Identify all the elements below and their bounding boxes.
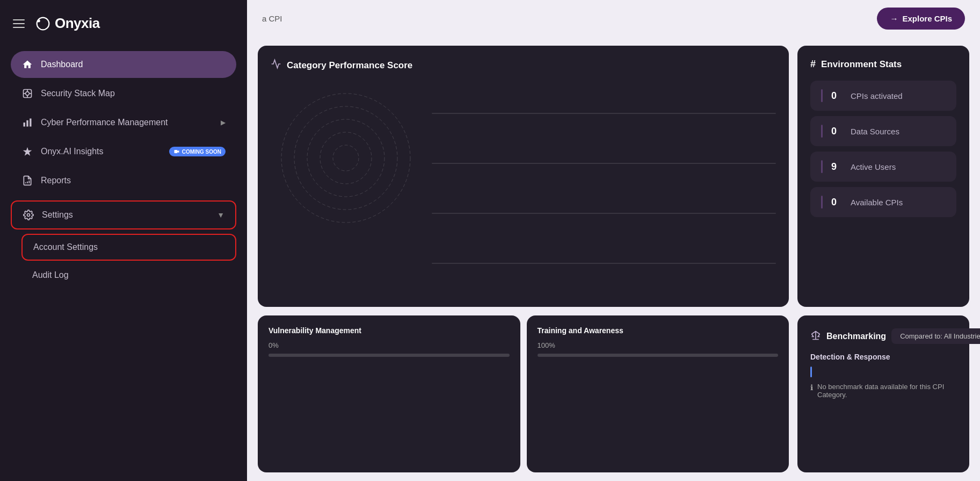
available-cpis-value: 0 [831,197,842,208]
environment-stats-card: # Environment Stats 0 CPIs activated 0 D… [797,46,969,307]
benchmarking-card: Benchmarking Compared to: All Industries… [797,315,969,472]
performance-legend [432,83,776,294]
reports-icon [21,175,33,186]
explore-arrow-icon: → [890,14,898,23]
logo-icon [35,16,50,31]
env-stats-header: # Environment Stats [810,59,956,70]
reports-label: Reports [41,176,226,185]
info-icon: ℹ [810,383,813,392]
svg-point-3 [26,92,30,96]
explore-cpis-label: Explore CPIs [902,14,952,23]
svg-rect-8 [24,123,25,127]
radar-svg [276,88,416,228]
svg-rect-10 [30,119,31,127]
security-stack-icon [21,88,33,99]
radar-line-1 [432,113,776,114]
sidebar-item-account-settings[interactable]: Account Settings [21,234,236,261]
data-sources-value: 0 [831,126,842,137]
training-bar [538,354,779,357]
performance-card-header: Category Performance Score [271,59,776,72]
coming-soon-badge: COMING SOON [169,147,226,156]
vulnerability-value: 0% [268,341,510,349]
active-users-value: 9 [831,161,842,173]
training-value: 100% [538,341,779,349]
cyber-performance-label: Cyber Performance Management [41,118,213,127]
sidebar-navigation: Dashboard Security Stack Map Cyber Perfo… [0,42,247,481]
env-stat-divider-4 [821,196,823,209]
security-stack-label: Security Stack Map [41,89,226,98]
top-bar: a CPI → Explore CPIs [247,0,980,37]
radar-chart [271,83,421,233]
cpis-activated-label: CPIs activated [851,91,903,100]
bottom-cards-grid: Vulnerability Management 0% Training and… [258,315,789,472]
svg-point-0 [37,17,49,30]
dashboard-grid: Category Performance Score [247,37,980,481]
vulnerability-title: Vulnerability Management [268,326,510,335]
sidebar-item-dashboard[interactable]: Dashboard [11,51,236,78]
env-stat-active-users[interactable]: 9 Active Users [810,152,956,182]
sidebar-item-settings[interactable]: Settings ▼ [11,200,236,229]
env-stat-divider-3 [821,160,823,173]
svg-point-1 [38,19,40,22]
env-stat-available-cpis[interactable]: 0 Available CPIs [810,187,956,217]
settings-dropdown-arrow: ▼ [217,211,224,219]
data-sources-label: Data Sources [851,127,899,136]
home-icon [21,59,33,70]
radar-line-4 [432,263,776,264]
dashboard-label: Dashboard [41,60,226,69]
sidebar-item-onyx-ai[interactable]: Onyx.AI Insights COMING SOON [11,138,236,165]
breadcrumb: a CPI [262,14,282,23]
sidebar-header: Onyxia [0,0,247,42]
svg-point-16 [333,145,359,171]
explore-cpis-button[interactable]: → Explore CPIs [877,8,965,30]
vulnerability-management-card: Vulnerability Management 0% [258,315,520,472]
settings-gear-icon [23,209,34,221]
benchmark-bar-indicator [810,367,812,377]
svg-point-13 [294,106,397,210]
performance-icon [271,59,281,72]
active-users-label: Active Users [851,162,896,171]
radar-line-3 [432,213,776,214]
benchmarking-header: Benchmarking Compared to: All Industries [810,328,956,344]
svg-point-14 [307,119,384,197]
training-title: Training and Awareness [538,326,779,335]
performance-body [271,83,776,294]
cpis-activated-value: 0 [831,90,842,102]
svg-point-15 [320,132,372,184]
audit-log-label: Audit Log [32,270,69,279]
sidebar-item-cyber-performance[interactable]: Cyber Performance Management ▶ [11,109,236,136]
svg-rect-9 [26,120,28,127]
svg-point-12 [281,94,410,222]
benchmarking-title: Benchmarking [826,332,886,341]
env-stat-divider-1 [821,89,823,102]
logo-text: Onyxia [55,15,100,32]
sidebar-item-security-stack-map[interactable]: Security Stack Map [11,80,236,107]
svg-point-11 [27,214,30,217]
env-stat-divider-2 [821,125,823,138]
scale-icon [810,330,821,343]
onyx-ai-label: Onyx.AI Insights [41,147,162,156]
env-stat-data-sources[interactable]: 0 Data Sources [810,116,956,146]
cyber-performance-arrow: ▶ [221,119,226,126]
benchmark-note: ℹ No benchmark data available for this C… [810,383,956,399]
logo: Onyxia [35,15,100,32]
vulnerability-bar [268,354,510,357]
main-content: a CPI → Explore CPIs Category Performanc… [247,0,980,481]
settings-label: Settings [42,210,209,220]
hash-icon: # [810,59,816,70]
training-awareness-card: Training and Awareness 100% [527,315,789,472]
bar-chart-icon [21,117,33,128]
available-cpis-label: Available CPIs [851,198,903,207]
benchmark-note-text: No benchmark data available for this CPI… [817,383,956,399]
hamburger-menu-button[interactable] [13,19,25,28]
env-stats-title: Environment Stats [821,59,902,70]
env-stat-cpis-activated[interactable]: 0 CPIs activated [810,81,956,111]
category-performance-card: Category Performance Score [258,46,789,307]
benchmarking-compare-select[interactable]: Compared to: All Industries [891,328,980,344]
benchmark-section-title: Detection & Response [810,353,956,361]
sparkle-icon [21,146,33,157]
sidebar-item-reports[interactable]: Reports [11,167,236,194]
performance-card-title: Category Performance Score [287,60,412,71]
sidebar-item-audit-log[interactable]: Audit Log [21,263,236,288]
radar-line-2 [432,163,776,164]
